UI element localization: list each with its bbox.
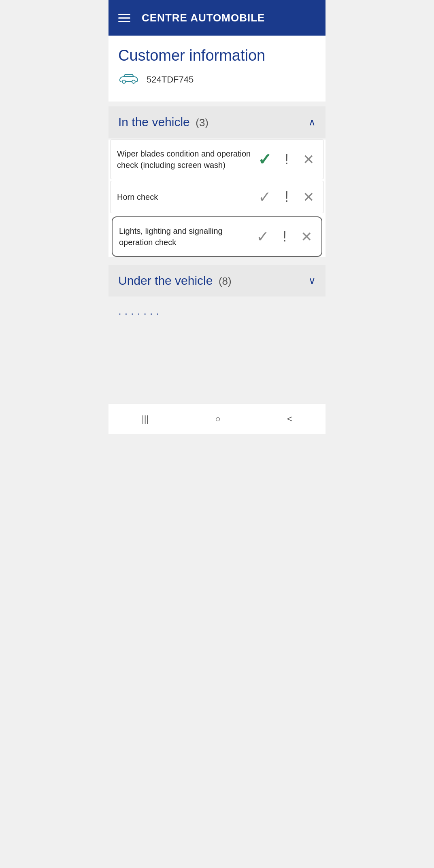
vehicle-row: 524TDF745 — [118, 72, 316, 95]
car-icon — [118, 72, 139, 87]
section-divider-middle — [108, 260, 326, 265]
lights-buttons: ✓ ! ✕ — [254, 229, 315, 244]
horn-buttons: ✓ ! ✕ — [256, 189, 317, 205]
horn-cross-button[interactable]: ✕ — [300, 190, 317, 204]
partial-text: . . . . . . . — [118, 305, 159, 317]
wiper-blades-cross-button[interactable]: ✕ — [300, 152, 317, 166]
check-item-horn: Horn check ✓ ! ✕ — [110, 181, 324, 213]
android-nav-bar: ||| ○ < — [108, 404, 326, 434]
lights-exclaim-button[interactable]: ! — [276, 229, 293, 244]
menu-button[interactable] — [118, 14, 130, 22]
header-title: CENTRE AUTOMOBILE — [142, 12, 265, 24]
check-items-list: Wiper blades condition and operation che… — [108, 140, 326, 257]
in-vehicle-section-header[interactable]: In the vehicle (3) ∧ — [108, 106, 326, 138]
app-header: CENTRE AUTOMOBILE — [108, 0, 326, 36]
under-vehicle-chevron-down-icon: ∨ — [308, 275, 316, 286]
wiper-blades-buttons: ✓ ! ✕ — [256, 151, 317, 167]
under-vehicle-count: (8) — [219, 275, 232, 287]
horn-exclaim-button[interactable]: ! — [278, 190, 295, 204]
in-vehicle-count: (3) — [196, 116, 208, 129]
lights-label: Lights, lighting and signalling operatio… — [119, 225, 254, 248]
lights-cross-button[interactable]: ✕ — [298, 230, 315, 243]
page-title: Customer information — [118, 47, 316, 64]
in-vehicle-title-text: In the vehicle — [118, 115, 190, 129]
android-back-button[interactable]: < — [279, 411, 300, 428]
under-vehicle-title-text: Under the vehicle — [118, 274, 213, 287]
vehicle-id: 524TDF745 — [147, 74, 194, 85]
horn-tick-button[interactable]: ✓ — [256, 189, 273, 205]
partial-next-section: . . . . . . . — [108, 296, 326, 329]
check-item-wiper-blades: Wiper blades condition and operation che… — [110, 140, 324, 179]
horn-label: Horn check — [117, 191, 256, 203]
android-recent-button[interactable]: ||| — [134, 411, 157, 428]
wiper-blades-exclaim-button[interactable]: ! — [278, 152, 295, 167]
wiper-blades-tick-button[interactable]: ✓ — [256, 151, 273, 167]
in-vehicle-chevron-up-icon: ∧ — [308, 116, 316, 128]
under-vehicle-section-header[interactable]: Under the vehicle (8) ∨ — [108, 265, 326, 296]
in-vehicle-title: In the vehicle (3) — [118, 115, 208, 129]
svg-point-1 — [132, 80, 135, 83]
content-area: Customer information 524TDF745 In th — [108, 36, 326, 404]
under-vehicle-title-group: Under the vehicle (8) — [118, 274, 232, 288]
check-item-lights: Lights, lighting and signalling operatio… — [112, 216, 322, 257]
lights-tick-button[interactable]: ✓ — [254, 229, 271, 244]
android-home-button[interactable]: ○ — [207, 411, 228, 428]
customer-info-section: Customer information 524TDF745 — [108, 36, 326, 102]
section-divider-top — [108, 102, 326, 106]
page-wrapper: CENTRE AUTOMOBILE Customer information 5… — [108, 0, 326, 434]
svg-point-0 — [122, 80, 126, 83]
wiper-blades-label: Wiper blades condition and operation che… — [117, 148, 256, 171]
